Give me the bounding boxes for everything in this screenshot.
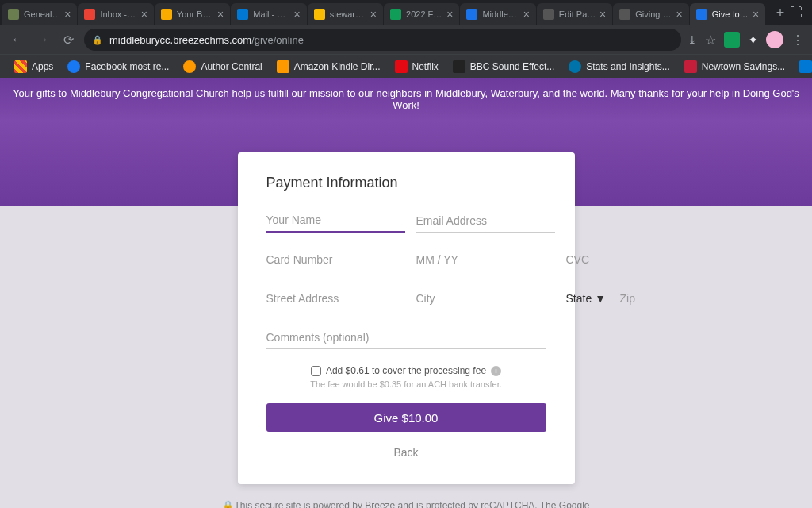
bookmarks-bar: Apps Facebook most re... Author Central … bbox=[0, 54, 812, 78]
reload-button[interactable]: ⟳ bbox=[59, 30, 78, 49]
tab-6[interactable]: Middlebury× bbox=[460, 3, 535, 25]
street-field[interactable] bbox=[266, 287, 405, 310]
tab-title: Middlebury bbox=[482, 10, 519, 19]
menu-icon[interactable]: ⋮ bbox=[791, 33, 804, 48]
name-field[interactable] bbox=[266, 209, 405, 233]
close-icon[interactable]: × bbox=[141, 8, 147, 21]
tab-title: Edit Page < bbox=[559, 10, 596, 19]
fee-checkbox[interactable] bbox=[311, 366, 321, 376]
info-icon[interactable]: i bbox=[491, 366, 501, 376]
window-controls: ⛶ bbox=[790, 6, 810, 20]
city-field[interactable] bbox=[416, 287, 555, 310]
bookmark-item[interactable]: My files - OneDrive bbox=[793, 57, 812, 76]
forward-button[interactable]: → bbox=[33, 30, 52, 49]
profile-avatar[interactable] bbox=[766, 31, 783, 48]
tab-5[interactable]: 2022 FOLLO× bbox=[384, 3, 459, 25]
close-icon[interactable]: × bbox=[64, 8, 71, 21]
lock-icon: 🔒 bbox=[92, 35, 103, 45]
bookmark-item[interactable]: Amazon Kindle Dir... bbox=[270, 57, 387, 76]
tab-title: Genealogy, bbox=[24, 10, 61, 19]
bookmark-item[interactable]: Newtown Savings... bbox=[678, 57, 791, 76]
tab-title: stewardship bbox=[330, 10, 367, 19]
footer-note: 🔒This secure site is powered by Breeze a… bbox=[0, 498, 812, 508]
extensions-icon[interactable]: ✦ bbox=[748, 33, 758, 48]
bookmark-label: BBC Sound Effect... bbox=[470, 61, 555, 72]
tab-8[interactable]: Giving to M× bbox=[613, 3, 688, 25]
close-icon[interactable]: × bbox=[523, 8, 530, 21]
tab-title: Inbox - how bbox=[100, 10, 137, 19]
tab-4[interactable]: stewardship× bbox=[308, 3, 383, 25]
back-button[interactable]: Back bbox=[266, 440, 546, 465]
tab-3[interactable]: Mail - How× bbox=[231, 3, 306, 25]
extension-icon[interactable] bbox=[724, 32, 740, 48]
url-text: middleburycc.breezechms.com/give/online bbox=[109, 34, 304, 46]
tab-1[interactable]: Inbox - how× bbox=[78, 3, 153, 25]
close-icon[interactable]: × bbox=[446, 8, 453, 21]
email-field[interactable] bbox=[416, 209, 555, 233]
state-label: State bbox=[566, 292, 592, 305]
page-content: Your gifts to Middlebury Congregational … bbox=[0, 78, 812, 508]
back-button[interactable]: ← bbox=[8, 30, 27, 49]
tab-9-active[interactable]: Give to Mid× bbox=[690, 3, 765, 25]
apps-button[interactable]: Apps bbox=[8, 57, 59, 76]
bookmark-item[interactable]: Facebook most re... bbox=[61, 57, 175, 76]
mission-banner: Your gifts to Middlebury Congregational … bbox=[0, 78, 812, 121]
bookmark-item[interactable]: Author Central bbox=[177, 57, 268, 76]
fee-label: Add $0.61 to cover the processing fee bbox=[326, 365, 486, 376]
zip-field[interactable] bbox=[620, 287, 759, 310]
fullscreen-icon[interactable]: ⛶ bbox=[790, 6, 802, 20]
expiry-field[interactable] bbox=[416, 248, 555, 271]
bookmark-item[interactable]: BBC Sound Effect... bbox=[446, 57, 561, 76]
close-icon[interactable]: × bbox=[676, 8, 682, 21]
browser-chrome: Genealogy,× Inbox - how× Your Breeze× Ma… bbox=[0, 0, 812, 78]
lock-icon: 🔒 bbox=[222, 500, 234, 508]
bookmark-label: Netflix bbox=[412, 61, 439, 72]
tab-title: Giving to M bbox=[635, 10, 672, 19]
bookmark-label: Amazon Kindle Dir... bbox=[294, 61, 381, 72]
new-tab-button[interactable]: + bbox=[771, 3, 790, 22]
breeze-link[interactable]: Breeze bbox=[365, 500, 395, 508]
close-icon[interactable]: × bbox=[217, 8, 224, 21]
give-button[interactable]: Give $10.00 bbox=[266, 403, 546, 432]
bookmark-label: Stats and Insights... bbox=[586, 61, 669, 72]
bookmark-star-icon[interactable]: ☆ bbox=[705, 33, 716, 48]
close-icon[interactable]: × bbox=[370, 8, 377, 21]
bookmark-label: Newtown Savings... bbox=[702, 61, 785, 72]
close-icon[interactable]: × bbox=[293, 8, 300, 21]
state-select[interactable]: State ▼ bbox=[566, 287, 609, 310]
bookmark-item[interactable]: Netflix bbox=[389, 57, 445, 76]
payment-card: Payment Information State ▼ bbox=[238, 152, 575, 484]
comments-field[interactable] bbox=[266, 326, 546, 349]
bookmark-label: Apps bbox=[32, 61, 53, 72]
tab-0[interactable]: Genealogy,× bbox=[2, 3, 77, 25]
close-icon[interactable]: × bbox=[753, 8, 759, 21]
bookmark-label: Facebook most re... bbox=[85, 61, 169, 72]
card-number-field[interactable] bbox=[266, 248, 405, 271]
address-bar[interactable]: 🔒 middleburycc.breezechms.com/give/onlin… bbox=[84, 29, 681, 51]
bookmark-item[interactable]: Stats and Insights... bbox=[562, 57, 676, 76]
fee-note: The fee would be $0.35 for an ACH bank t… bbox=[266, 379, 546, 389]
tab-strip: Genealogy,× Inbox - how× Your Breeze× Ma… bbox=[0, 0, 812, 25]
toolbar: ← → ⟳ 🔒 middleburycc.breezechms.com/give… bbox=[0, 25, 812, 54]
tab-7[interactable]: Edit Page <× bbox=[537, 3, 612, 25]
card-heading: Payment Information bbox=[266, 175, 546, 191]
tab-title: 2022 FOLLO bbox=[406, 10, 443, 19]
chevron-down-icon: ▼ bbox=[595, 292, 606, 305]
tab-title: Your Breeze bbox=[177, 10, 214, 19]
tab-2[interactable]: Your Breeze× bbox=[155, 3, 230, 25]
cvc-field[interactable] bbox=[566, 248, 705, 271]
bookmark-label: Author Central bbox=[201, 61, 262, 72]
tab-title: Mail - How bbox=[253, 10, 290, 19]
tab-title: Give to Mid bbox=[712, 10, 749, 19]
close-icon[interactable]: × bbox=[599, 8, 606, 21]
install-icon[interactable]: ⤓ bbox=[688, 33, 697, 46]
